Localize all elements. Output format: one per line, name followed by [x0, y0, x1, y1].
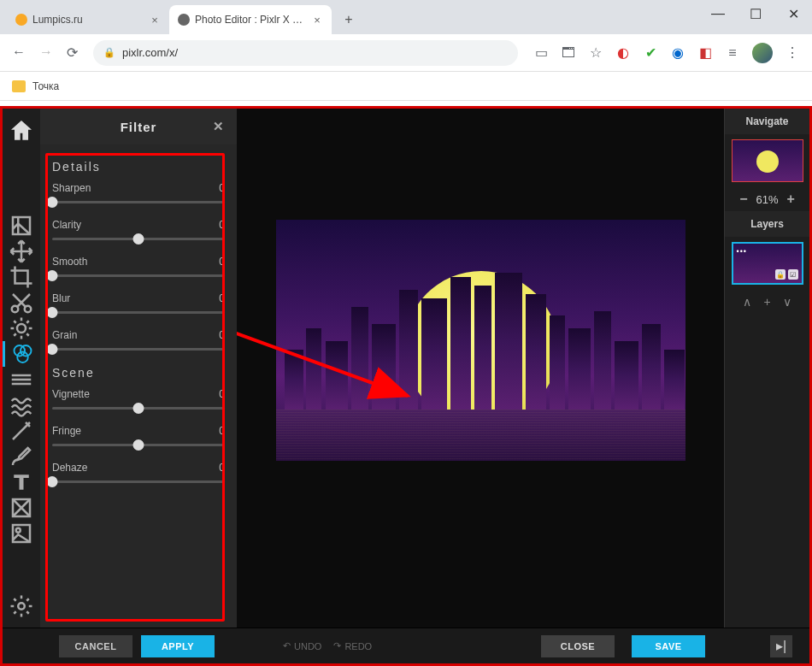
slider-track[interactable]	[52, 480, 225, 483]
slider-dehaze: Dehaze0	[52, 462, 225, 483]
section-label: Scene	[52, 366, 225, 380]
nav-arrows: ← → ⟳	[7, 44, 83, 61]
cut-tool[interactable]	[3, 290, 40, 315]
layer-add-button[interactable]: +	[763, 295, 770, 309]
slider-thumb[interactable]	[47, 270, 58, 281]
save-button[interactable]: SAVE	[632, 635, 705, 657]
effects-tool[interactable]	[3, 367, 40, 392]
browser-tab-1[interactable]: Photo Editor : Pixlr X - free image edit…	[169, 5, 332, 34]
apply-button[interactable]: APPLY	[141, 635, 215, 657]
slider-track[interactable]	[52, 348, 225, 351]
slider-thumb[interactable]	[47, 307, 58, 318]
zoom-controls: − 61% +	[725, 187, 809, 211]
visible-icon[interactable]: ☑	[788, 269, 798, 280]
close-icon[interactable]: ×	[311, 14, 323, 26]
menu-icon[interactable]: ⋮	[785, 45, 800, 61]
image-tool[interactable]	[3, 213, 40, 239]
minimize-button[interactable]: —	[699, 0, 737, 27]
text-tool[interactable]	[3, 469, 40, 495]
slider-thumb[interactable]	[47, 476, 58, 487]
svg-point-9	[16, 528, 21, 533]
layer-down-button[interactable]: ∨	[783, 295, 791, 309]
slider-track[interactable]	[52, 274, 225, 277]
cast-icon[interactable]: ▭	[533, 45, 549, 61]
slider-label: Dehaze	[52, 462, 87, 474]
zoom-in-button[interactable]: +	[787, 192, 795, 207]
slider-thumb[interactable]	[47, 197, 58, 208]
reading-list-icon[interactable]: ≡	[725, 45, 740, 61]
tab-title: Photo Editor : Pixlr X - free image edit…	[195, 14, 306, 26]
maximize-button[interactable]: ☐	[737, 0, 774, 27]
layer-up-button[interactable]: ∧	[743, 295, 751, 309]
app-footer: CANCEL APPLY ↶ UNDO ↷ REDO CLOSE SAVE ▸|	[3, 628, 809, 663]
zoom-out-button[interactable]: −	[739, 192, 747, 207]
canvas-image[interactable]	[276, 220, 685, 461]
slider-label: Sharpen	[52, 182, 91, 194]
crop-tool[interactable]	[3, 264, 40, 290]
cancel-button[interactable]: CANCEL	[59, 635, 132, 657]
move-tool[interactable]	[3, 239, 40, 264]
expand-button[interactable]: ▸|	[770, 635, 792, 657]
slider-track[interactable]	[52, 311, 225, 314]
slider-track[interactable]	[52, 407, 225, 410]
ext-adblock-icon[interactable]: ◐	[615, 45, 631, 61]
back-button[interactable]: ←	[12, 44, 26, 61]
heal-tool[interactable]	[3, 418, 40, 444]
element-tool[interactable]	[3, 495, 40, 521]
browser-tab-0[interactable]: Lumpics.ru ×	[7, 5, 169, 34]
slider-label: Vignette	[52, 388, 90, 400]
extension-icons: ▭ 🗔 ☆ ◐ ✔ ◉ ◧ ≡ ⋮	[528, 43, 805, 63]
layer-options-icon[interactable]: •••	[737, 247, 747, 256]
translate-icon[interactable]: 🗔	[561, 45, 576, 61]
navigate-thumbnail[interactable]	[732, 139, 803, 182]
ext-red-icon[interactable]: ◧	[697, 45, 713, 61]
slider-vignette: Vignette0	[52, 388, 225, 410]
close-window-button[interactable]: ✕	[774, 0, 812, 27]
star-icon[interactable]: ☆	[588, 45, 603, 61]
slider-value: 0	[219, 256, 225, 268]
forward-button[interactable]: →	[39, 44, 53, 61]
zoom-value: 61%	[756, 193, 778, 206]
add-image-tool[interactable]	[3, 521, 40, 546]
slider-clarity: Clarity0	[52, 219, 225, 240]
bookmarks-bar: Точка	[0, 72, 812, 101]
slider-track[interactable]	[52, 201, 225, 203]
layer-thumbnail[interactable]: ••• 🔒 ☑	[732, 242, 803, 285]
slider-thumb[interactable]	[47, 344, 58, 355]
slider-thumb[interactable]	[133, 403, 144, 414]
undo-button[interactable]: ↶ UNDO	[283, 640, 321, 651]
slider-label: Fringe	[52, 425, 81, 437]
tab-favicon	[15, 14, 27, 26]
browser-chrome: Lumpics.ru × Photo Editor : Pixlr X - fr…	[0, 0, 812, 106]
slider-fringe: Fringe0	[52, 425, 225, 446]
slider-thumb[interactable]	[133, 233, 144, 245]
close-panel-button[interactable]: ✕	[209, 117, 228, 136]
settings-button[interactable]	[3, 593, 40, 619]
slider-value: 0	[219, 462, 225, 474]
slider-track[interactable]	[52, 444, 225, 446]
layers-header: Layers	[725, 211, 809, 237]
url-field[interactable]: 🔒 pixlr.com/x/	[93, 40, 518, 66]
slider-thumb[interactable]	[133, 439, 144, 451]
ext-blue-icon[interactable]: ◉	[670, 45, 685, 61]
panel-title: Filter ✕	[40, 109, 237, 144]
close-icon[interactable]: ×	[149, 14, 161, 26]
lock-icon: 🔒	[103, 47, 115, 58]
adjust-tool[interactable]	[3, 315, 40, 341]
slider-label: Grain	[52, 329, 77, 341]
canvas-area[interactable]	[237, 109, 724, 628]
slider-track[interactable]	[52, 238, 225, 240]
close-button[interactable]: CLOSE	[541, 635, 615, 657]
filter-tool[interactable]	[3, 341, 40, 367]
liquify-tool[interactable]	[3, 392, 40, 418]
profile-avatar[interactable]	[752, 43, 773, 63]
new-tab-button[interactable]: +	[337, 8, 361, 32]
slider-value: 0	[219, 425, 225, 437]
home-button[interactable]	[8, 117, 35, 144]
slider-value: 0	[219, 182, 225, 194]
redo-button[interactable]: ↷ REDO	[333, 640, 372, 651]
ext-check-icon[interactable]: ✔	[643, 45, 658, 61]
reload-button[interactable]: ⟳	[67, 44, 78, 61]
draw-tool[interactable]	[3, 444, 40, 469]
bookmark-item[interactable]: Точка	[32, 80, 59, 92]
